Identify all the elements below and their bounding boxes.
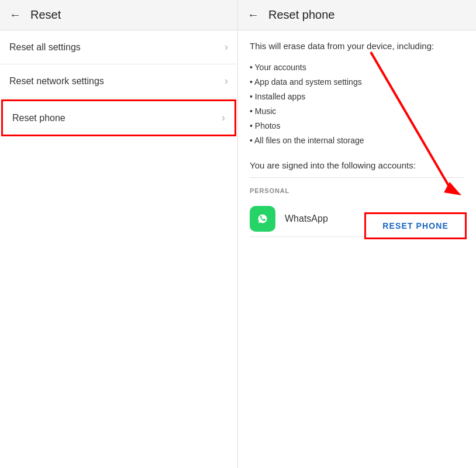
- menu-item-reset-phone[interactable]: Reset phone ›: [1, 99, 236, 136]
- menu-item-reset-network[interactable]: Reset network settings ›: [0, 64, 237, 98]
- erase-list: Your accounts App data and system settin…: [250, 60, 464, 149]
- right-panel-inner: This will erase data from your device, i…: [238, 30, 476, 468]
- erase-item-2: App data and system settings: [250, 75, 464, 90]
- right-panel-title: Reset phone: [268, 8, 334, 22]
- section-label-personal: PERSONAL: [250, 187, 464, 194]
- left-panel-title: Reset: [30, 8, 61, 22]
- menu-item-reset-all-label: Reset all settings: [9, 42, 81, 53]
- erase-item-3: Installed apps: [250, 90, 464, 104]
- right-header: ← Reset phone: [238, 0, 476, 30]
- reset-phone-button[interactable]: RESET PHONE: [364, 212, 467, 239]
- left-back-arrow[interactable]: ←: [9, 8, 21, 22]
- reset-phone-btn-container: RESET PHONE: [250, 212, 467, 239]
- chevron-right-icon-2: ›: [225, 75, 228, 87]
- left-panel: ← Reset Reset all settings › Reset netwo…: [0, 0, 238, 468]
- chevron-right-icon-1: ›: [225, 41, 228, 53]
- erase-item-1: Your accounts: [250, 60, 464, 75]
- menu-item-reset-all[interactable]: Reset all settings ›: [0, 30, 237, 64]
- left-header: ← Reset: [0, 0, 237, 30]
- erase-item-6: All files on the internal storage: [250, 133, 464, 148]
- menu-item-reset-network-label: Reset network settings: [9, 76, 104, 87]
- signed-in-text: You are signed into the following accoun…: [250, 160, 464, 170]
- divider: [250, 177, 464, 178]
- erase-description: This will erase data from your device, i…: [250, 40, 464, 53]
- right-back-arrow[interactable]: ←: [247, 8, 259, 22]
- right-content: This will erase data from your device, i…: [238, 30, 476, 251]
- reset-menu-list: Reset all settings › Reset network setti…: [0, 30, 237, 137]
- erase-item-4: Music: [250, 104, 464, 119]
- erase-item-5: Photos: [250, 119, 464, 133]
- chevron-right-icon-3: ›: [222, 112, 225, 124]
- menu-item-reset-phone-label: Reset phone: [12, 113, 65, 123]
- right-panel: ← Reset phone This will erase data from …: [238, 0, 476, 468]
